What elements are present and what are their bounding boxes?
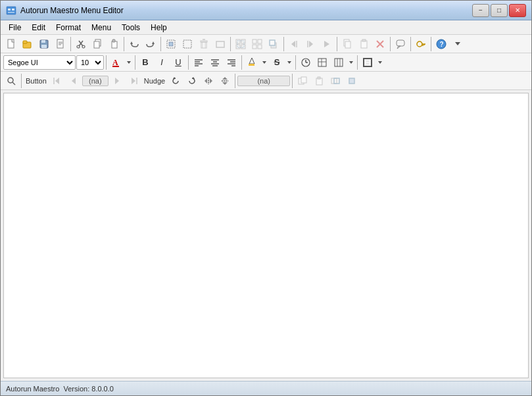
border-button[interactable] xyxy=(360,55,375,70)
balloon-button[interactable] xyxy=(393,36,408,52)
text-color-dropdown[interactable] xyxy=(125,55,133,70)
deselect-button[interactable] xyxy=(180,36,195,52)
strikethrough-dropdown[interactable] xyxy=(285,55,293,70)
ungroup-button[interactable] xyxy=(249,36,265,52)
svg-marker-64 xyxy=(127,61,131,64)
insert-table-button[interactable] xyxy=(314,55,330,70)
nav-last-button[interactable] xyxy=(126,73,141,89)
svg-point-55 xyxy=(417,41,422,47)
select-all-button[interactable] xyxy=(163,36,179,52)
cut-button[interactable] xyxy=(73,36,89,52)
close-button[interactable]: ✕ xyxy=(509,4,526,17)
forward-button[interactable] xyxy=(319,36,335,52)
rotate-ccw-button[interactable] xyxy=(168,73,183,89)
sep-format-2 xyxy=(135,55,135,70)
prev-page-button[interactable] xyxy=(286,36,302,52)
open-button[interactable] xyxy=(20,36,36,52)
svg-rect-36 xyxy=(253,39,256,43)
next-page-button[interactable] xyxy=(302,36,318,52)
svg-rect-6 xyxy=(23,41,27,43)
flip-h-button[interactable] xyxy=(201,73,216,89)
paste-item-button[interactable] xyxy=(356,36,372,52)
sep-7 xyxy=(390,37,391,51)
copy-item-button[interactable] xyxy=(339,36,355,52)
sep-6 xyxy=(337,37,337,51)
svg-rect-3 xyxy=(8,12,14,13)
border-dropdown[interactable] xyxy=(376,55,384,70)
sep-btn-3 xyxy=(292,74,293,88)
restore-button[interactable]: □ xyxy=(491,4,508,17)
toolbar-format: Segoe UI 10 A B I U xyxy=(1,53,531,72)
sep-format-6 xyxy=(357,55,358,70)
align-center-button[interactable] xyxy=(207,55,223,70)
menu-bar: File Edit Format Menu Tools Help xyxy=(1,20,531,35)
sep-format-4 xyxy=(241,55,242,70)
svg-line-96 xyxy=(12,82,15,85)
new-button[interactable] xyxy=(3,36,19,52)
page-setup-button[interactable] xyxy=(53,36,68,52)
help-icon-button[interactable]: ? xyxy=(433,36,449,52)
menu-edit[interactable]: Edit xyxy=(26,22,51,34)
svg-marker-100 xyxy=(115,78,119,84)
menu-tools[interactable]: Tools xyxy=(116,22,145,34)
svg-marker-79 xyxy=(262,61,266,64)
table-cols-button[interactable] xyxy=(331,55,347,70)
align-right-button[interactable] xyxy=(224,55,239,70)
fill-color-button[interactable] xyxy=(244,55,260,70)
insert-time-button[interactable] xyxy=(298,55,314,70)
rotate-cw-button[interactable] xyxy=(184,73,200,89)
svg-marker-46 xyxy=(324,41,329,47)
paste-button[interactable] xyxy=(106,36,122,52)
sep-1 xyxy=(70,37,71,51)
key-button[interactable] xyxy=(413,36,429,52)
svg-rect-38 xyxy=(253,45,256,49)
search-button[interactable] xyxy=(3,73,19,89)
minimize-button[interactable]: − xyxy=(472,4,489,17)
menu-help[interactable]: Help xyxy=(145,22,172,34)
text-color-button[interactable]: A xyxy=(109,55,124,70)
canvas[interactable] xyxy=(3,93,529,378)
italic-button[interactable]: I xyxy=(154,55,170,70)
undo-button[interactable] xyxy=(126,36,142,52)
strikethrough-button[interactable]: S xyxy=(269,55,285,70)
nav-next-button[interactable] xyxy=(109,73,125,89)
dropdown-button[interactable] xyxy=(450,36,466,52)
table-dropdown[interactable] xyxy=(347,55,355,70)
svg-rect-8 xyxy=(41,40,45,43)
svg-point-17 xyxy=(82,45,85,48)
paste-pos-button[interactable] xyxy=(344,73,360,89)
menu-file[interactable]: File xyxy=(3,22,26,34)
box-button[interactable] xyxy=(212,36,228,52)
delete-item-button[interactable] xyxy=(372,36,388,52)
bring-front-button[interactable] xyxy=(266,36,281,52)
paste-format-button[interactable] xyxy=(311,73,327,89)
delete-button[interactable] xyxy=(196,36,212,52)
toolbar-main: ? xyxy=(1,35,531,53)
nav-prev-button[interactable] xyxy=(66,73,82,89)
svg-rect-23 xyxy=(169,42,173,46)
svg-marker-99 xyxy=(72,78,76,84)
svg-rect-87 xyxy=(335,59,343,66)
menu-format[interactable]: Format xyxy=(51,22,86,34)
bold-button[interactable]: B xyxy=(137,55,153,70)
save-button[interactable] xyxy=(36,36,52,52)
svg-marker-106 xyxy=(205,78,207,84)
menu-menu[interactable]: Menu xyxy=(86,22,116,34)
redo-button[interactable] xyxy=(143,36,158,52)
font-selector[interactable]: Segoe UI xyxy=(3,55,76,70)
copy-button[interactable] xyxy=(89,36,105,52)
svg-rect-24 xyxy=(183,40,191,48)
fill-color-dropdown[interactable] xyxy=(260,55,268,70)
flip-v-button[interactable] xyxy=(217,73,233,89)
group-button[interactable] xyxy=(233,36,249,52)
copy-format-button[interactable] xyxy=(295,73,310,89)
copy-pos-button[interactable] xyxy=(327,73,343,89)
sep-4 xyxy=(230,37,231,51)
align-left-button[interactable] xyxy=(191,55,206,70)
svg-marker-77 xyxy=(249,58,254,64)
title-bar: Autorun Maestro Menu Editor − □ ✕ xyxy=(1,1,531,20)
font-size-selector[interactable]: 10 xyxy=(76,55,104,70)
underline-button[interactable]: U xyxy=(170,55,186,70)
svg-rect-41 xyxy=(270,40,275,45)
nav-first-button[interactable] xyxy=(49,73,65,89)
